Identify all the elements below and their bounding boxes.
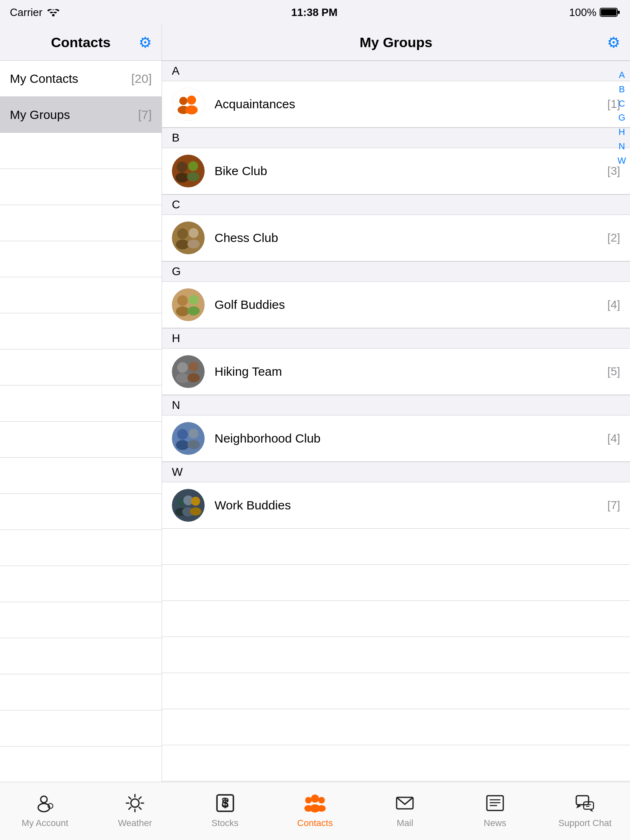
- index-letter-h[interactable]: H: [619, 126, 625, 139]
- index-letter-w[interactable]: W: [618, 155, 626, 167]
- group-item-hiking-team[interactable]: Hiking Team [5]: [162, 349, 630, 395]
- group-item-chess-club[interactable]: Chess Club [2]: [162, 215, 630, 261]
- svg-point-40: [190, 507, 201, 516]
- sidebar-empty-row: [0, 674, 162, 710]
- tab-item-weather[interactable]: Weather: [90, 782, 180, 840]
- empty-row: [162, 781, 630, 782]
- tab-label-stocks: Stocks: [212, 818, 239, 829]
- sidebar-item-count: [20]: [131, 72, 152, 86]
- mail-svg-icon: [395, 794, 414, 813]
- svg-line-51: [139, 797, 141, 799]
- battery-label: 100%: [569, 6, 597, 19]
- empty-row: [162, 601, 630, 637]
- svg-rect-68: [576, 796, 589, 805]
- group-item-neighborhood-club[interactable]: Neighborhood Club [4]: [162, 415, 630, 462]
- svg-point-4: [172, 88, 205, 121]
- svg-line-50: [139, 807, 141, 809]
- svg-point-27: [176, 373, 189, 383]
- group-avatar-bike-club: [172, 155, 205, 187]
- section-header-a: A: [162, 61, 630, 81]
- sidebar-item-count: [7]: [138, 108, 152, 122]
- sidebar-gear-icon[interactable]: ⚙: [139, 34, 152, 51]
- weather-svg-icon: [126, 794, 144, 813]
- my-account-icon: [36, 794, 55, 815]
- index-letter-b[interactable]: B: [619, 83, 625, 96]
- section-header-b: B: [162, 128, 630, 148]
- sidebar-empty-row: [0, 349, 162, 386]
- svg-point-15: [177, 228, 188, 239]
- group-item-bike-club[interactable]: Bike Club [3]: [162, 148, 630, 194]
- right-header-gear-icon[interactable]: ⚙: [607, 34, 620, 51]
- sidebar-empty-row: [0, 422, 162, 458]
- sidebar-item-my-contacts[interactable]: My Contacts [20]: [0, 61, 162, 97]
- svg-point-22: [176, 306, 189, 316]
- my-account-svg-icon: [36, 794, 55, 813]
- sidebar-list: My Contacts [20] My Groups [7]: [0, 61, 162, 782]
- sidebar-item-label: My Groups: [10, 108, 70, 122]
- status-bar: Carrier 11:38 PM 100%: [0, 0, 630, 25]
- svg-rect-3: [618, 11, 620, 14]
- group-name: Golf Buddies: [215, 298, 607, 312]
- svg-point-8: [185, 105, 198, 114]
- tab-item-news[interactable]: News: [450, 782, 540, 840]
- index-letter-c[interactable]: C: [619, 98, 625, 110]
- stocks-icon: S: [216, 794, 235, 815]
- svg-point-20: [177, 295, 188, 306]
- stocks-svg-icon: S: [216, 794, 235, 813]
- svg-point-33: [187, 440, 200, 449]
- tab-item-support-chat[interactable]: Support Chat: [540, 782, 630, 840]
- contacts-svg-icon: [304, 794, 326, 813]
- sidebar-empty-row: [0, 602, 162, 638]
- group-name: Bike Club: [215, 164, 607, 178]
- svg-point-14: [172, 221, 205, 254]
- group-item-acquaintances[interactable]: Acquaintances [1]: [162, 81, 630, 128]
- sidebar: Contacts ⚙ My Contacts [20] My Groups [7…: [0, 25, 162, 782]
- tab-item-contacts[interactable]: Contacts: [270, 782, 360, 840]
- empty-row: [162, 529, 630, 565]
- hiking-team-avatar: [172, 355, 205, 388]
- section-header-h: H: [162, 328, 630, 349]
- svg-point-16: [189, 228, 199, 238]
- group-name: Work Buddies: [215, 498, 607, 512]
- group-avatar-acquaintances: [172, 88, 205, 121]
- group-name: Acquaintances: [215, 97, 607, 111]
- tab-item-stocks[interactable]: S Stocks: [180, 782, 270, 840]
- tab-label-news: News: [484, 818, 506, 829]
- sidebar-empty-row: [0, 458, 162, 494]
- sidebar-item-my-groups[interactable]: My Groups [7]: [0, 97, 162, 133]
- section-header-c: C: [162, 194, 630, 215]
- sidebar-empty-row: [0, 494, 162, 530]
- sidebar-empty-row: [0, 133, 162, 169]
- tab-item-my-account[interactable]: My Account: [0, 782, 90, 840]
- tab-label-mail: Mail: [397, 818, 413, 829]
- status-bar-right: 100%: [569, 6, 621, 19]
- support-chat-icon: [575, 794, 594, 815]
- svg-point-12: [176, 173, 189, 183]
- index-letter-n[interactable]: N: [619, 140, 625, 153]
- support-chat-svg-icon: [575, 794, 594, 813]
- work-buddies-avatar: [172, 489, 205, 522]
- contacts-icon: [304, 794, 326, 815]
- svg-point-23: [187, 306, 200, 315]
- group-item-golf-buddies[interactable]: Golf Buddies [4]: [162, 282, 630, 328]
- tab-item-mail[interactable]: Mail: [360, 782, 450, 840]
- news-svg-icon: [486, 794, 504, 813]
- status-bar-time: 11:38 PM: [291, 6, 338, 19]
- battery-icon: [600, 7, 620, 18]
- right-header-title: My Groups: [360, 34, 433, 50]
- empty-row: [162, 565, 630, 601]
- bike-club-avatar: [172, 155, 205, 187]
- group-avatar-golf-buddies: [172, 288, 205, 321]
- svg-point-24: [172, 355, 205, 388]
- svg-point-10: [177, 162, 187, 172]
- sidebar-empty-row: [0, 169, 162, 205]
- index-letter-g[interactable]: G: [618, 112, 625, 124]
- svg-point-5: [179, 97, 187, 105]
- index-letter-a[interactable]: A: [619, 69, 625, 82]
- svg-point-25: [177, 362, 188, 373]
- group-item-work-buddies[interactable]: Work Buddies [7]: [162, 482, 630, 529]
- sidebar-empty-row: [0, 530, 162, 566]
- group-name: Neighborhood Club: [215, 431, 607, 445]
- empty-row: [162, 745, 630, 781]
- section-header-g: G: [162, 261, 630, 282]
